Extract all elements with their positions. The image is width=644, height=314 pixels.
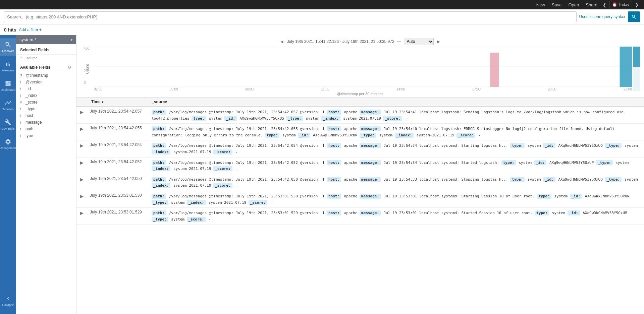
sidebar-item-discover[interactable]: Discover xyxy=(0,38,16,56)
field-name-version: @version xyxy=(25,80,43,84)
time-cell: July 19th 2021, 23:53:01.530 xyxy=(87,191,148,207)
field-type-path: t xyxy=(20,127,23,131)
field-type-host: t xyxy=(20,114,23,118)
field-name-path: path xyxy=(25,127,33,131)
field-item-id[interactable]: t _id xyxy=(16,85,76,92)
field-item-type[interactable]: t type xyxy=(16,132,76,139)
index-dropdown-icon[interactable]: ▾ xyxy=(70,37,73,42)
chart-svg[interactable] xyxy=(94,47,632,87)
table-row: ▶July 19th 2021, 23:54:42.057path: /var/… xyxy=(76,107,644,124)
field-type-timestamp: ⧗ xyxy=(20,73,24,77)
expand-col-header xyxy=(76,98,87,107)
field-type-score: # xyxy=(20,101,23,104)
sidebar-item-dashboard[interactable]: Dashboard xyxy=(0,77,16,95)
expand-row-button[interactable]: ▶ xyxy=(79,109,85,115)
filter-hits-bar: 0 hits Add a filter + xyxy=(0,24,644,35)
open-button[interactable]: Open xyxy=(566,1,582,9)
field-item-message[interactable]: t message xyxy=(16,119,76,126)
field-item-score[interactable]: # _score xyxy=(16,99,76,106)
chart-scroll-indicator[interactable] xyxy=(633,47,640,91)
add-filter-label: Add a filter xyxy=(19,27,38,32)
svg-rect-4 xyxy=(620,47,632,87)
sidebar-item-devtools-label: Dev Tools xyxy=(1,127,14,130)
search-bar-row: Uses lucene query syntax xyxy=(0,9,644,24)
hits-count: 0 hits xyxy=(4,27,16,33)
chart-nav-left-button[interactable]: ◄ xyxy=(280,39,284,44)
field-item-doctype[interactable]: t _type xyxy=(16,106,76,112)
table-row: ▶July 19th 2021, 23:53:01.529path: /var/… xyxy=(76,208,644,225)
available-fields-title: Available Fields xyxy=(20,65,50,70)
source-cell: path: /var/log/messages @timestamp: July… xyxy=(148,174,644,191)
left-panel: system-* ▾ ⚙ Selected Fields ? _source A… xyxy=(16,35,76,314)
add-filter-btn[interactable]: Add a filter + xyxy=(19,27,42,33)
expand-row-button[interactable]: ▶ xyxy=(79,210,85,216)
results-area[interactable]: Time ▾ _source ▶July 19th 2021, 23:54:42… xyxy=(76,98,644,314)
chart-body: 400 200 0 xyxy=(94,47,632,91)
source-field-item[interactable]: ? _source xyxy=(16,55,76,61)
source-cell: path: /var/log/messages @timestamp: July… xyxy=(148,124,644,140)
available-fields-settings-button[interactable]: ⚙ xyxy=(67,64,72,70)
prev-time-button[interactable]: ❮ xyxy=(601,1,608,9)
time-sort-icon: ▾ xyxy=(102,100,103,104)
next-time-button[interactable]: ❯ xyxy=(634,1,640,9)
expand-row-button[interactable]: ▶ xyxy=(79,176,85,183)
chart-time-range: July 19th 2021, 15:41:22.126 - July 19th… xyxy=(287,39,394,44)
field-item-timestamp[interactable]: ⧗ @timestamp xyxy=(16,72,76,79)
index-pattern-selector[interactable]: system-* ▾ xyxy=(16,35,76,44)
scroll-thumb xyxy=(633,47,640,67)
field-name-timestamp: @timestamp xyxy=(25,73,48,78)
interval-select[interactable]: Auto 5 minutes 30 minutes 1 hour xyxy=(404,38,434,45)
expand-row-button[interactable]: ▶ xyxy=(79,126,85,132)
chart-xlabel: @timestamp per 30 minutes xyxy=(80,92,640,96)
field-type-id: t xyxy=(20,87,23,91)
expand-row-button[interactable]: ▶ xyxy=(79,142,85,149)
sidebar-item-devtools[interactable]: Dev Tools xyxy=(0,116,16,134)
sidebar-item-timelion[interactable]: Timelion xyxy=(0,96,16,114)
table-row: ▶July 19th 2021, 23:54:42.052path: /var/… xyxy=(76,157,644,174)
collapse-button[interactable]: Collapse xyxy=(0,292,16,310)
main-area: Discover Visualize Dashboard Timelion De… xyxy=(0,35,644,314)
source-cell: path: /var/log/messages @timestamp: July… xyxy=(148,208,644,225)
xtick-0500: 05:00 xyxy=(170,87,178,91)
sidebar-item-management-label: Management xyxy=(0,146,17,150)
chart-header: ◄ July 19th 2021, 15:41:22.126 - July 19… xyxy=(80,38,640,45)
field-type-index: t xyxy=(20,94,23,98)
field-name-type: type xyxy=(25,133,33,138)
chart-nav-right-button[interactable]: ► xyxy=(436,39,441,44)
chart-wrapper: Count 400 200 0 xyxy=(80,47,640,91)
field-item-index[interactable]: t _index xyxy=(16,92,76,99)
expand-row-button[interactable]: ▶ xyxy=(79,160,85,166)
save-button[interactable]: Save xyxy=(549,1,565,9)
field-type-message: t xyxy=(20,121,23,124)
field-name-id: _id xyxy=(25,86,31,91)
time-cell: July 19th 2021, 23:54:42.057 xyxy=(87,107,148,124)
available-fields-header: Available Fields ⚙ xyxy=(16,61,76,72)
search-input[interactable] xyxy=(4,11,577,22)
sidebar-item-visualize[interactable]: Visualize xyxy=(0,57,16,75)
time-col-header[interactable]: Time ▾ xyxy=(87,98,148,107)
field-item-path[interactable]: t path xyxy=(16,126,76,132)
xtick-2000: 20:00 xyxy=(548,87,556,91)
sidebar-item-management[interactable]: Management xyxy=(0,135,16,153)
ytick-200: 200 xyxy=(84,69,90,73)
new-button[interactable]: New xyxy=(534,1,548,9)
field-type-doctype: t xyxy=(20,107,23,111)
field-item-host[interactable]: t host xyxy=(16,112,76,119)
lucene-hint[interactable]: Uses lucene query syntax xyxy=(579,14,625,19)
search-button[interactable] xyxy=(628,11,640,22)
field-name-host: host xyxy=(25,113,33,118)
table-row: ▶July 19th 2021, 23:54:42.055path: /var/… xyxy=(76,124,644,140)
time-cell: July 19th 2021, 23:54:42.054 xyxy=(87,140,148,157)
field-name-score: _score xyxy=(25,100,38,105)
field-item-version[interactable]: t @version xyxy=(16,79,76,85)
sidebar-item-visualize-label: Visualize xyxy=(2,69,14,72)
expand-row-button[interactable]: ▶ xyxy=(79,193,85,199)
today-button[interactable]: ⏰ Today xyxy=(609,1,632,8)
xtick-0200: 02:00 xyxy=(94,87,102,91)
results-tbody: ▶July 19th 2021, 23:54:42.057path: /var/… xyxy=(76,107,644,225)
time-cell: July 19th 2021, 23:54:42.055 xyxy=(87,124,148,140)
sidebar-item-discover-label: Discover xyxy=(2,49,14,53)
source-cell: path: /var/log/messages @timestamp: July… xyxy=(148,140,644,157)
time-cell: July 19th 2021, 23:54:42.050 xyxy=(87,174,148,191)
share-button[interactable]: Share xyxy=(583,1,600,9)
